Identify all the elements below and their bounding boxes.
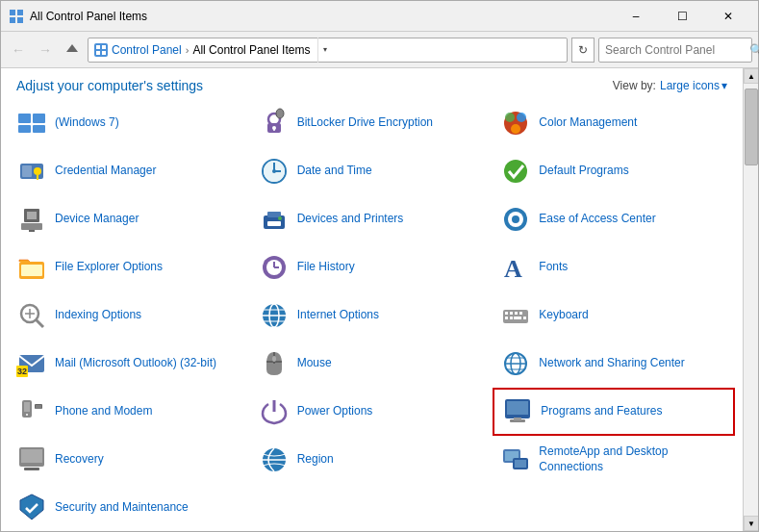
maximize-button[interactable]: ☐ [660, 4, 704, 29]
back-button[interactable]: ← [7, 38, 30, 62]
up-button[interactable] [61, 38, 84, 62]
item-programs[interactable]: Programs and Features [493, 388, 735, 436]
remoteapp-label[interactable]: RemoteApp and Desktop Connections [539, 444, 727, 474]
svg-rect-86 [507, 401, 528, 415]
region-icon [259, 444, 290, 475]
filehistory-label[interactable]: File History [297, 260, 355, 275]
panel-header: Adjust your computer's settings View by:… [1, 68, 743, 99]
svg-rect-65 [510, 317, 513, 319]
item-devprinters[interactable]: Devices and Printers [251, 195, 493, 243]
power-label[interactable]: Power Options [297, 404, 373, 419]
mouse-label[interactable]: Mouse [297, 356, 332, 371]
devprinters-label[interactable]: Devices and Printers [297, 212, 404, 227]
security-label[interactable]: Security and Maintenance [55, 500, 189, 516]
breadcrumb-bar: Control Panel › All Control Panel Items … [88, 38, 568, 63]
datetime-label[interactable]: Date and Time [297, 164, 372, 179]
item-windows7[interactable]: (Windows 7) [9, 99, 251, 147]
content-area: Adjust your computer's settings View by:… [1, 68, 758, 531]
indexing-icon [16, 300, 47, 331]
ease-icon [500, 204, 531, 235]
item-security[interactable]: Security and Maintenance [9, 484, 251, 531]
indexing-label[interactable]: Indexing Options [55, 308, 141, 323]
item-internet[interactable]: Internet Options [251, 291, 493, 340]
item-indexing[interactable]: Indexing Options [9, 291, 251, 340]
item-color[interactable]: Color Management [493, 99, 735, 147]
search-input[interactable] [605, 43, 749, 57]
page-title: Adjust your computer's settings [16, 78, 203, 93]
svg-rect-5 [96, 45, 100, 49]
viewby-dropdown[interactable]: Large icons ▾ [660, 79, 727, 92]
devprinters-icon [259, 204, 290, 235]
item-power[interactable]: Power Options [251, 388, 493, 436]
item-devmgr[interactable]: Device Manager [9, 195, 251, 243]
windows7-label[interactable]: (Windows 7) [55, 115, 119, 131]
region-label[interactable]: Region [297, 452, 334, 468]
breadcrumb-item-1[interactable]: Control Panel [112, 43, 182, 57]
breadcrumb-dropdown[interactable]: ▾ [317, 38, 331, 63]
datetime-icon [259, 156, 290, 187]
item-ease[interactable]: Ease of Access Center [493, 195, 735, 243]
fileexplorer-label[interactable]: File Explorer Options [55, 260, 163, 275]
item-recovery[interactable]: Recovery [9, 436, 251, 484]
titlebar: All Control Panel Items – ☐ ✕ [1, 1, 758, 32]
defaultprog-label[interactable]: Default Programs [539, 164, 628, 179]
breadcrumb-icon [94, 43, 108, 57]
devmgr-label[interactable]: Device Manager [55, 212, 139, 227]
item-mouse[interactable]: Mouse [251, 340, 493, 388]
programs-label[interactable]: Programs and Features [541, 404, 662, 419]
breadcrumb-separator: › [186, 44, 190, 56]
breadcrumb-item-2: All Control Panel Items [192, 43, 310, 57]
svg-text:A: A [504, 255, 522, 283]
item-mail[interactable]: 32Mail (Microsoft Outlook) (32-bit) [9, 340, 251, 388]
power-icon [259, 396, 290, 427]
keyboard-label[interactable]: Keyboard [539, 308, 588, 323]
item-filehistory[interactable]: File History [251, 243, 493, 291]
bitlocker-label[interactable]: BitLocker Drive Encryption [297, 115, 433, 131]
ease-label[interactable]: Ease of Access Center [539, 212, 655, 227]
minimize-button[interactable]: – [614, 4, 658, 29]
recovery-label[interactable]: Recovery [55, 452, 104, 468]
programs-icon [502, 396, 533, 427]
svg-rect-11 [18, 125, 31, 133]
search-box[interactable]: 🔍 [598, 38, 752, 63]
item-phone[interactable]: Phone and Modem [9, 388, 251, 436]
scrollbar-track[interactable] [744, 84, 758, 516]
scroll-up-button[interactable]: ▲ [744, 68, 758, 84]
svg-rect-7 [96, 51, 100, 55]
fonts-label[interactable]: Fonts [539, 260, 568, 275]
svg-rect-34 [27, 212, 37, 219]
filehistory-icon [259, 252, 290, 283]
item-fileexplorer[interactable]: File Explorer Options [9, 243, 251, 291]
mail-label[interactable]: Mail (Microsoft Outlook) (32-bit) [55, 356, 216, 371]
network-label[interactable]: Network and Sharing Center [539, 356, 684, 371]
color-label[interactable]: Color Management [539, 115, 637, 131]
item-fonts[interactable]: AFonts [493, 243, 735, 291]
scrollbar-thumb[interactable] [745, 89, 758, 165]
item-credential[interactable]: Credential Manager [9, 147, 251, 195]
forward-button[interactable]: → [34, 38, 57, 62]
internet-label[interactable]: Internet Options [297, 308, 379, 323]
credential-label[interactable]: Credential Manager [55, 164, 156, 179]
item-network[interactable]: Network and Sharing Center [493, 340, 735, 388]
item-region[interactable]: Region [251, 436, 493, 484]
item-bitlocker[interactable]: BitLocker Drive Encryption [251, 99, 493, 147]
refresh-button[interactable]: ↻ [571, 38, 595, 63]
fileexplorer-icon [16, 252, 47, 283]
svg-rect-3 [17, 17, 23, 23]
svg-marker-97 [20, 494, 43, 519]
scroll-down-button[interactable]: ▼ [744, 516, 758, 531]
svg-rect-88 [514, 418, 521, 420]
svg-point-42 [512, 215, 519, 223]
item-defaultprog[interactable]: Default Programs [493, 147, 735, 195]
item-datetime[interactable]: Date and Time [251, 147, 493, 195]
svg-rect-2 [10, 17, 15, 23]
fonts-icon: A [500, 252, 531, 283]
close-button[interactable]: ✕ [706, 4, 750, 29]
svg-line-51 [36, 319, 43, 327]
keyboard-icon [500, 300, 531, 331]
item-remoteapp[interactable]: RemoteApp and Desktop Connections [493, 436, 735, 484]
item-keyboard[interactable]: Keyboard [493, 291, 735, 340]
items-grid: (Windows 7)BitLocker Drive EncryptionCol… [9, 99, 735, 531]
svg-rect-0 [10, 10, 15, 15]
phone-label[interactable]: Phone and Modem [55, 404, 152, 419]
